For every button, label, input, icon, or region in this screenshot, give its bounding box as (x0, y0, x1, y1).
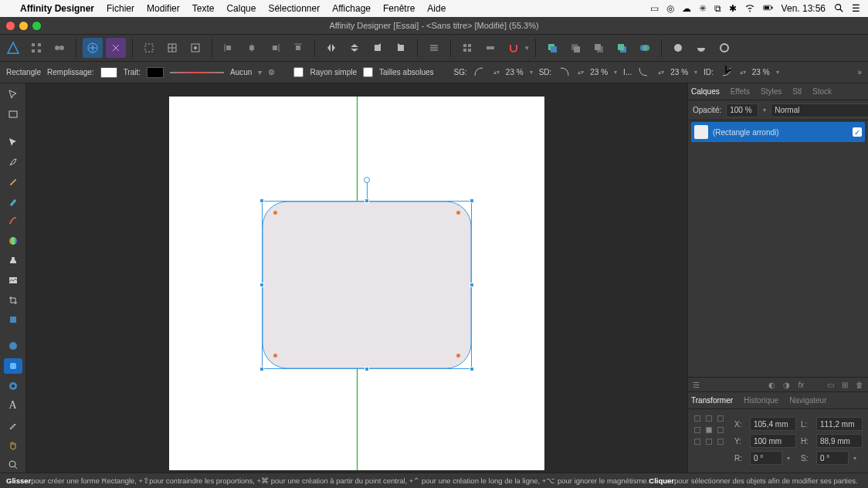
handle-n[interactable] (364, 198, 369, 203)
stroke-value[interactable]: Aucun (230, 68, 252, 76)
corner-sg-value[interactable]: 23 % (506, 68, 524, 76)
arrange-button[interactable] (424, 38, 444, 58)
battery-icon[interactable] (763, 2, 774, 15)
overflow-icon[interactable]: » (857, 68, 862, 76)
transparency-tool[interactable] (4, 252, 22, 269)
stage-manager-icon[interactable]: ▭ (650, 3, 659, 14)
layer-item[interactable]: (Rectangle arrondi) ✓ (691, 122, 865, 142)
gear-icon[interactable]: ⚙ (268, 68, 275, 76)
corner-id-value[interactable]: 23 % (752, 68, 770, 76)
corner-handle-se[interactable] (456, 354, 460, 358)
minimize-button[interactable] (19, 22, 28, 30)
menu-fichier[interactable]: Fichier (107, 3, 134, 14)
sync-icon[interactable]: ◎ (666, 3, 674, 14)
zoom-tool[interactable] (4, 456, 22, 473)
clock[interactable]: Ven. 13:56 (782, 3, 826, 14)
handle-se[interactable] (470, 367, 474, 371)
align-top-button[interactable] (288, 38, 308, 58)
place-tool[interactable] (4, 273, 22, 289)
handle-nw[interactable] (259, 198, 264, 203)
anchor-selector[interactable] (694, 415, 725, 446)
pathop-button[interactable] (635, 38, 655, 58)
logo-icon[interactable] (3, 38, 23, 58)
app-name[interactable]: Affinity Designer (20, 3, 94, 14)
rotation-handle[interactable] (364, 177, 370, 183)
transform-s-input[interactable] (816, 451, 849, 465)
fill-swatch[interactable] (100, 67, 117, 78)
add-folder-icon[interactable]: ▭ (827, 381, 834, 389)
assets-button[interactable] (480, 38, 500, 58)
persona-vector-button[interactable] (26, 38, 46, 58)
close-button[interactable] (6, 22, 15, 30)
single-radius-checkbox[interactable] (293, 67, 303, 77)
eyedropper-tool[interactable] (4, 417, 22, 433)
transform-y-input[interactable] (750, 434, 796, 448)
transform-x-input[interactable] (750, 417, 796, 431)
wifi-icon[interactable] (744, 2, 755, 15)
cloud-icon[interactable]: ☁︎ (682, 3, 691, 14)
bluetooth-icon[interactable]: ✱ (729, 3, 737, 14)
snap-grid-button[interactable] (162, 38, 182, 58)
transform-l-input[interactable] (816, 417, 863, 431)
corner-i-value[interactable]: 23 % (670, 68, 688, 76)
corner-sd-icon[interactable] (558, 66, 571, 79)
canvas[interactable] (169, 97, 544, 470)
text-tool[interactable]: A (4, 398, 22, 414)
insert-button[interactable] (457, 38, 477, 58)
corner-sg-icon[interactable] (473, 66, 487, 79)
selection-box[interactable] (262, 201, 472, 369)
flip-v-button[interactable] (344, 38, 364, 58)
pencil-tool[interactable] (4, 174, 22, 190)
pen-tool[interactable] (4, 154, 22, 170)
handle-e[interactable] (470, 283, 474, 287)
add-layer-icon[interactable]: ⊞ (842, 381, 848, 389)
menu-calque[interactable]: Calque (226, 3, 256, 14)
shape-tool[interactable] (4, 312, 22, 328)
corner-handle-ne[interactable] (456, 211, 460, 215)
tab-styles[interactable]: Styles (761, 87, 782, 96)
stroke-width-slider[interactable] (170, 72, 224, 73)
handle-ne[interactable] (470, 198, 474, 203)
align-left-button[interactable] (219, 38, 239, 58)
order-back-button[interactable] (612, 38, 632, 58)
menu-icon[interactable]: ☰ (852, 3, 860, 14)
order-forward-button[interactable] (565, 38, 585, 58)
menu-affichage[interactable]: Affichage (332, 3, 371, 14)
maximize-button[interactable] (32, 22, 41, 30)
tab-navigateur[interactable]: Navigateur (789, 396, 826, 405)
brush-tool[interactable] (4, 193, 22, 209)
persona-pixel-button[interactable] (49, 38, 70, 58)
order-front-button[interactable] (542, 38, 562, 58)
corner-handle-nw[interactable] (273, 211, 277, 215)
layer-name[interactable]: (Rectangle arrondi) (713, 128, 779, 137)
tab-calques[interactable]: Calques (691, 87, 720, 96)
transform-h-input[interactable] (816, 434, 863, 448)
boolean-subtract-button[interactable] (691, 38, 711, 58)
layers-icon[interactable]: ☰ (693, 381, 700, 389)
menu-fenetre[interactable]: Fenêtre (383, 3, 415, 14)
opacity-input[interactable] (726, 103, 758, 117)
open-doc-button[interactable] (106, 38, 126, 58)
transform-r-input[interactable] (750, 451, 782, 465)
fx-icon[interactable]: fx (798, 381, 804, 389)
adjust-icon[interactable]: ◑ (783, 381, 790, 389)
magnet-dropdown-icon[interactable]: ▾ (525, 44, 529, 52)
workspace[interactable] (26, 83, 687, 473)
tab-historique[interactable]: Historique (744, 396, 778, 405)
menu-selectionner[interactable]: Sélectionner (268, 3, 320, 14)
spotlight-icon[interactable] (833, 2, 844, 15)
boolean-add-button[interactable] (668, 38, 688, 58)
corner-handle-sw[interactable] (273, 354, 277, 358)
mask-icon[interactable]: ◐ (768, 381, 775, 389)
app-icon[interactable]: ✳︎ (699, 3, 707, 14)
moreshapes-tool[interactable] (4, 378, 22, 394)
artboard-tool[interactable] (4, 107, 22, 123)
tab-stl[interactable]: Stl (792, 87, 802, 96)
tab-transformer[interactable]: Transformer (691, 396, 733, 405)
tab-stock[interactable]: Stock (812, 87, 832, 96)
align-right-button[interactable] (265, 38, 285, 58)
dropbox-icon[interactable]: ⧉ (714, 3, 721, 14)
crop-tool[interactable] (4, 292, 22, 308)
vectorbrush-tool[interactable] (4, 213, 22, 229)
corner-sd-value[interactable]: 23 % (590, 68, 608, 76)
